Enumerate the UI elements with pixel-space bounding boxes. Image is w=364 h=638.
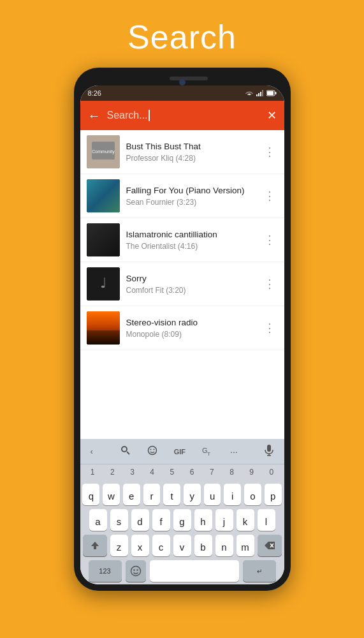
song-title: Falling For You (Piano Version) [126, 185, 255, 197]
search-bar[interactable]: ← Search... ✕ [80, 101, 284, 130]
key-return[interactable]: ↵ [243, 560, 276, 582]
svg-rect-0 [256, 94, 258, 96]
key-y[interactable]: y [184, 484, 201, 505]
key-a[interactable]: a [89, 509, 107, 531]
key-numbers-toggle[interactable]: 123 [89, 560, 122, 582]
key-s[interactable]: s [110, 509, 128, 531]
svg-rect-12 [91, 160, 116, 165]
key-h[interactable]: h [194, 509, 212, 531]
keyboard-toolbar: ‹ [80, 439, 284, 464]
svg-rect-7 [87, 135, 120, 168]
svg-point-38 [136, 569, 138, 570]
key-w[interactable]: w [103, 484, 120, 505]
keyboard-back-button[interactable]: ‹ [87, 445, 97, 458]
key-x[interactable]: x [131, 535, 149, 556]
keyboard-mic-button[interactable] [261, 443, 277, 460]
keyboard-more-button[interactable]: ··· [226, 445, 242, 459]
num-7: 7 [202, 466, 222, 478]
num-0: 0 [261, 466, 281, 478]
key-o[interactable]: o [244, 484, 261, 505]
key-space[interactable] [150, 560, 239, 582]
song-thumbnail [87, 179, 120, 212]
num-9: 9 [242, 466, 261, 478]
key-g[interactable]: g [173, 509, 191, 531]
key-c[interactable]: c [152, 535, 170, 556]
keyboard-row-3: z x c v b n m [83, 535, 282, 556]
key-i[interactable]: i [224, 484, 241, 505]
phone-camera [179, 79, 186, 85]
key-q[interactable]: q [82, 484, 99, 505]
song-meta: Sean Fournier (3:23) [126, 198, 255, 207]
key-v[interactable]: v [173, 535, 191, 556]
search-input-container[interactable]: Search... [107, 110, 261, 121]
key-t[interactable]: t [163, 484, 180, 505]
song-more-button[interactable]: ⋮ [261, 186, 278, 205]
num-4: 4 [142, 466, 162, 478]
song-title: Bust This Bust That [126, 141, 255, 152]
search-input[interactable]: Search... [107, 110, 148, 121]
key-r[interactable]: r [143, 484, 161, 505]
svg-rect-1 [258, 93, 259, 96]
list-item[interactable]: ♩ Sorry Comfort Fit (3:20) ⋮ [80, 262, 284, 306]
song-meta: Professor Kliq (4:28) [126, 154, 255, 163]
svg-text:Community: Community [94, 145, 112, 149]
keyboard-gif-button[interactable]: GIF [170, 446, 189, 457]
song-thumbnail: ♩ [87, 267, 120, 300]
keyboard-search-button[interactable] [117, 443, 135, 459]
song-info: Stereo-vision radio Monopole (8:09) [126, 317, 255, 339]
key-backspace[interactable] [258, 535, 282, 556]
svg-rect-23 [87, 330, 120, 345]
key-emoji-toggle[interactable] [126, 560, 146, 582]
song-thumbnail: ♬ [87, 223, 120, 256]
clear-button[interactable]: ✕ [267, 108, 277, 122]
svg-rect-9 [91, 140, 116, 160]
song-meta: Comfort Fit (3:20) [126, 286, 255, 295]
key-shift[interactable] [83, 535, 107, 556]
list-item[interactable]: Falling For You (Piano Version) Sean Fou… [80, 174, 284, 218]
song-more-button[interactable]: ⋮ [261, 274, 278, 293]
svg-rect-18 [96, 233, 110, 247]
key-p[interactable]: p [265, 484, 282, 505]
battery-icon [266, 90, 277, 96]
back-button[interactable]: ← [88, 108, 101, 123]
num-8: 8 [222, 466, 242, 478]
song-more-button[interactable]: ⋮ [261, 230, 278, 249]
key-f[interactable]: f [152, 509, 170, 531]
keyboard-emoji-button[interactable] [143, 443, 161, 459]
song-title: Sorry [126, 273, 255, 285]
song-more-button[interactable]: ⋮ [261, 318, 278, 338]
key-m[interactable]: m [237, 535, 254, 556]
svg-point-37 [133, 569, 135, 570]
key-k[interactable]: k [237, 509, 254, 531]
song-more-button[interactable]: ⋮ [261, 142, 278, 161]
song-meta: The Orientalist (4:16) [126, 242, 255, 251]
numbers-row: 1 2 3 4 5 6 7 8 9 0 [80, 464, 284, 480]
song-info: Islamatronic cantilliation The Orientali… [126, 229, 255, 251]
status-time: 8:26 [88, 89, 101, 97]
keyboard-tools: GIF G T ··· [117, 443, 242, 459]
svg-point-27 [150, 449, 151, 450]
svg-text:T: T [207, 451, 210, 456]
key-j[interactable]: j [215, 509, 233, 531]
phone-screen: 8:26 [80, 85, 284, 584]
key-d[interactable]: d [131, 509, 149, 531]
key-u[interactable]: u [204, 484, 221, 505]
list-item[interactable]: Community Service Bust This Bust That Pr… [80, 130, 284, 174]
key-e[interactable]: e [123, 484, 140, 505]
svg-rect-16 [87, 223, 120, 256]
keyboard-translate-button[interactable]: G T [198, 445, 217, 459]
list-item[interactable]: Stereo-vision radio Monopole (8:09) ⋮ [80, 306, 284, 350]
list-item[interactable]: ♬ Islamatronic cantilliation The Orienta… [80, 218, 284, 262]
song-thumbnail [87, 311, 120, 345]
svg-point-14 [94, 184, 112, 202]
key-b[interactable]: b [194, 535, 212, 556]
num-5: 5 [162, 466, 182, 478]
svg-text:Service: Service [99, 151, 108, 154]
key-n[interactable]: n [215, 535, 233, 556]
svg-point-28 [153, 449, 154, 450]
status-icons [245, 90, 277, 96]
num-6: 6 [182, 466, 202, 478]
song-title: Stereo-vision radio [126, 317, 255, 329]
key-z[interactable]: z [110, 535, 128, 556]
key-l[interactable]: l [258, 509, 275, 531]
